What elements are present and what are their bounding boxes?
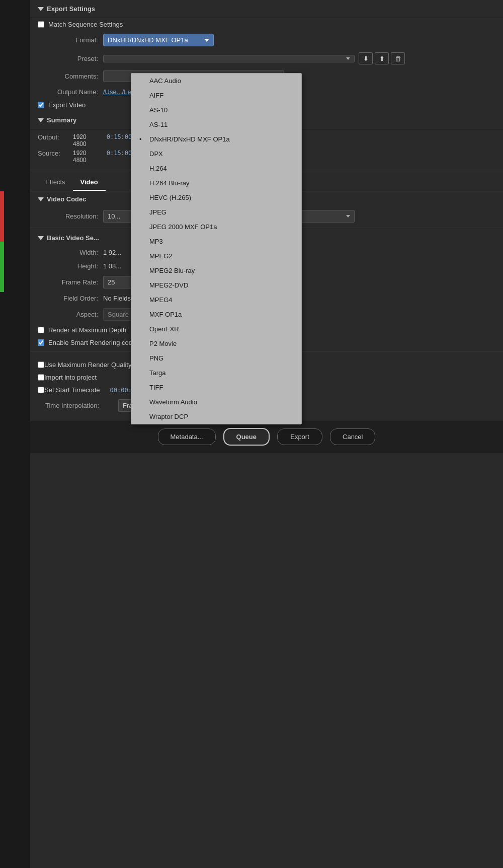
format-selected-value: DNxHR/DNxHD MXF OP1a: [108, 36, 188, 44]
dropdown-item-12[interactable]: MPEG2: [131, 249, 301, 263]
dropdown-item-0[interactable]: AAC Audio: [131, 74, 301, 88]
dropdown-item-label-0: AAC Audio: [149, 77, 181, 85]
import-project-checkbox[interactable]: [38, 374, 44, 381]
dropdown-item-13[interactable]: MPEG2 Blu-ray: [131, 263, 301, 278]
render-max-depth-label: Render at Maximum Depth: [48, 326, 126, 334]
resolution-arrow: [346, 215, 350, 218]
dropdown-item-15[interactable]: MPEG4: [131, 293, 301, 307]
set-start-timecode-checkbox[interactable]: [38, 387, 44, 393]
dropdown-item-3[interactable]: AS-11: [131, 117, 301, 132]
dropdown-item-label-12: MPEG2: [149, 252, 173, 260]
sidebar-accent: [0, 191, 4, 292]
dropdown-item-19[interactable]: PNG: [131, 351, 301, 366]
dropdown-item-label-10: JPEG 2000 MXF OP1a: [149, 223, 217, 231]
dropdown-item-label-23: Wraptor DCP: [149, 413, 188, 420]
dropdown-item-1[interactable]: AIFF: [131, 88, 301, 103]
dropdown-item-label-3: AS-11: [149, 121, 167, 128]
dropdown-item-21[interactable]: TIFF: [131, 380, 301, 395]
preset-upload-btn[interactable]: ⬆: [375, 52, 389, 64]
cancel-button[interactable]: Cancel: [330, 428, 375, 445]
match-sequence-checkbox[interactable]: [38, 21, 44, 28]
dropdown-item-label-5: DPX: [149, 150, 163, 158]
summary-source-detail3: 4800: [73, 157, 132, 164]
field-order-label: Field Order:: [38, 295, 98, 302]
tab-video[interactable]: Video: [73, 174, 106, 191]
height-value: 1 08...: [103, 262, 121, 270]
dropdown-item-label-18: P2 Movie: [149, 340, 177, 347]
preset-dropdown[interactable]: [103, 55, 355, 62]
dropdown-item-label-7: H.264 Blu-ray: [149, 179, 189, 187]
render-max-depth-checkbox[interactable]: [38, 327, 44, 333]
summary-collapse-icon[interactable]: [38, 118, 44, 122]
basic-video-title: Basic Video Se...: [47, 234, 99, 242]
export-settings-header: Export Settings: [30, 0, 503, 18]
output-name-label: Output Name:: [38, 88, 98, 96]
import-project-label: Import into project: [44, 374, 97, 381]
dropdown-item-8[interactable]: HEVC (H.265): [131, 190, 301, 205]
export-video-label: Export Video: [48, 101, 86, 109]
frame-rate-value: 25: [108, 278, 115, 286]
metadata-button[interactable]: Metadata...: [158, 428, 216, 445]
preset-delete-btn[interactable]: 🗑: [391, 52, 405, 64]
height-label: Height:: [38, 262, 98, 270]
summary-source-label: Source:: [38, 150, 73, 164]
dropdown-item-label-20: Targa: [149, 369, 166, 377]
dropdown-item-label-16: MXF OP1a: [149, 311, 182, 318]
export-video-checkbox[interactable]: [38, 102, 44, 108]
summary-source-detail1: 1920 0:15:00: [73, 150, 132, 157]
dropdown-item-14[interactable]: MPEG2-DVD: [131, 278, 301, 293]
dropdown-item-5[interactable]: DPX: [131, 147, 301, 161]
width-value: 1 92...: [103, 249, 121, 256]
basic-video-collapse-icon[interactable]: [38, 236, 44, 240]
dropdown-item-bullet-4: •: [139, 135, 147, 143]
dropdown-item-16[interactable]: MXF OP1a: [131, 307, 301, 322]
dropdown-item-label-6: H.264: [149, 165, 167, 172]
preset-arrow: [346, 57, 350, 60]
dropdown-item-23[interactable]: Wraptor DCP: [131, 409, 301, 424]
dropdown-item-label-13: MPEG2 Blu-ray: [149, 267, 195, 274]
format-dropdown[interactable]: DNxHR/DNxHD MXF OP1a: [103, 34, 214, 46]
use-max-quality-label: Use Maximum Render Quality: [44, 361, 131, 369]
dropdown-item-2[interactable]: AS-10: [131, 103, 301, 117]
preset-label: Preset:: [38, 55, 98, 62]
dropdown-item-label-4: DNxHR/DNxHD MXF OP1a: [149, 135, 230, 143]
video-codec-collapse-icon[interactable]: [38, 197, 44, 201]
dropdown-item-label-17: OpenEXR: [149, 325, 179, 333]
smart-rendering-checkbox[interactable]: [38, 339, 44, 346]
collapse-icon[interactable]: [38, 7, 44, 11]
tab-effects[interactable]: Effects: [38, 174, 73, 191]
set-start-timecode-label: Set Start Timecode: [44, 386, 100, 394]
smart-rendering-label: Enable Smart Rendering codec: [48, 339, 139, 346]
dropdown-item-label-21: TIFF: [149, 384, 163, 391]
dropdown-item-18[interactable]: P2 Movie: [131, 336, 301, 351]
summary-output-detail: 4800: [73, 140, 132, 148]
width-label: Width:: [38, 249, 98, 256]
dropdown-item-17[interactable]: OpenEXR: [131, 322, 301, 336]
dropdown-item-label-1: AIFF: [149, 92, 163, 99]
frame-rate-label: Frame Rate:: [38, 278, 98, 286]
match-sequence-row: Match Sequence Settings: [30, 18, 503, 31]
dropdown-item-label-19: PNG: [149, 354, 163, 362]
export-button[interactable]: Export: [277, 428, 322, 445]
dropdown-item-22[interactable]: Waveform Audio: [131, 395, 301, 409]
dropdown-item-label-22: Waveform Audio: [149, 398, 197, 406]
export-settings-title: Export Settings: [47, 5, 95, 13]
summary-output-label: Output:: [38, 133, 73, 148]
format-row: Format: DNxHR/DNxHD MXF OP1a: [30, 31, 503, 49]
preset-download-btn[interactable]: ⬇: [359, 52, 373, 64]
dropdown-item-10[interactable]: JPEG 2000 MXF OP1a: [131, 220, 301, 234]
dropdown-item-9[interactable]: JPEG: [131, 205, 301, 220]
dropdown-item-6[interactable]: H.264: [131, 161, 301, 176]
dropdown-item-4[interactable]: •DNxHR/DNxHD MXF OP1a: [131, 132, 301, 147]
dropdown-item-7[interactable]: H.264 Blu-ray: [131, 176, 301, 190]
dropdown-item-label-8: HEVC (H.265): [149, 194, 191, 201]
use-max-quality-checkbox[interactable]: [38, 361, 44, 368]
video-codec-title: Video Codec: [47, 195, 87, 203]
time-interpolation-label: Time Interpolation:: [45, 402, 118, 409]
dropdown-item-label-9: JPEG: [149, 208, 166, 216]
queue-button[interactable]: Queue: [223, 428, 270, 446]
bottom-btn-row: Metadata... Queue Export Cancel: [30, 420, 503, 453]
dropdown-item-20[interactable]: Targa: [131, 366, 301, 380]
dropdown-item-11[interactable]: MP3: [131, 234, 301, 249]
dropdown-item-label-11: MP3: [149, 238, 163, 245]
